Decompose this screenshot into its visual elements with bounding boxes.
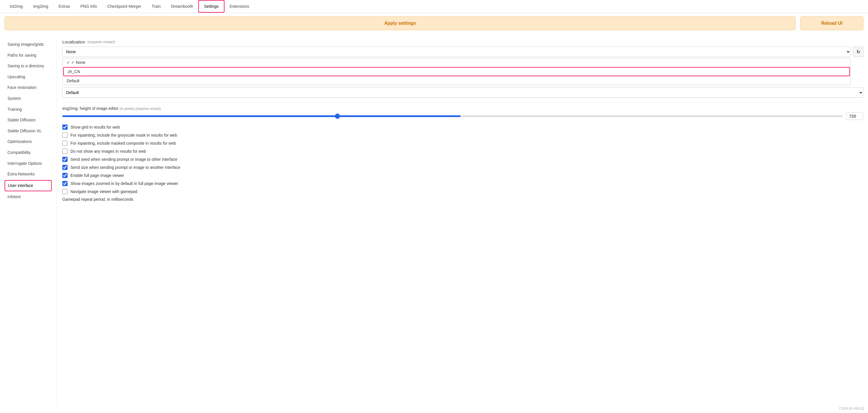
slider-title: img2img: height of image editor xyxy=(62,106,118,111)
img2img-height-slider[interactable] xyxy=(62,115,843,117)
checkbox-label-zoomed-default: Show images zoomed in by default in full… xyxy=(70,181,178,186)
checkbox-row-full-page-viewer: Enable full page image viewer xyxy=(62,173,863,178)
action-bar: Apply settings Reload UI xyxy=(0,13,868,34)
localization-dropdown-row: Nonezh_CNDefault ↻ xyxy=(62,47,863,57)
sidebar-item-extra-networks[interactable]: Extra Networks xyxy=(5,169,52,179)
sidebar-item-infotext[interactable]: Infotext xyxy=(5,192,52,202)
gamepad-repeat-label: Gamepad repeat period, in milliseconds xyxy=(62,197,863,202)
top-navigation: txt2imgimg2imgExtrasPNG InfoCheckpoint M… xyxy=(0,0,868,13)
sidebar-item-saving-to-directory[interactable]: Saving to a directory xyxy=(5,61,52,71)
main-layout: Saving images/gridsPaths for savingSavin… xyxy=(0,34,868,412)
checkbox-row-send-size: Send size when sending prompt or image t… xyxy=(62,165,863,170)
watermark: CSDN @小刚光足 xyxy=(839,406,865,411)
apply-settings-button[interactable]: Apply settings xyxy=(5,17,796,30)
nav-tab-checkpoint-merger[interactable]: Checkpoint Merger xyxy=(102,1,146,12)
localization-option-default[interactable]: Default xyxy=(63,77,850,85)
checkbox-label-show-grid: Show grid in results for web xyxy=(70,125,120,129)
theme-select[interactable]: Default xyxy=(62,87,863,98)
checkbox-masked-composite[interactable] xyxy=(62,141,67,146)
checkbox-label-masked-composite: For inpainting, include masked composite… xyxy=(70,141,176,146)
sidebar-item-user-interface[interactable]: User interface xyxy=(5,180,52,191)
checkbox-show-grid[interactable] xyxy=(62,124,67,130)
checkbox-send-size[interactable] xyxy=(62,165,67,170)
checkbox-row-masked-composite: For inpainting, include masked composite… xyxy=(62,141,863,146)
checkbox-row-gamepad: Navigate image viewer with gamepad xyxy=(62,189,863,194)
checkbox-row-greyscale-mask: For inpainting, include the greyscale ma… xyxy=(62,132,863,138)
nav-tab-png-info[interactable]: PNG Info xyxy=(75,1,102,12)
checkbox-row-no-images: Do not show any images in results for we… xyxy=(62,149,863,154)
sidebar: Saving images/gridsPaths for savingSavin… xyxy=(5,39,56,406)
sidebar-item-optimizations[interactable]: Optimizations xyxy=(5,137,52,147)
localization-select[interactable]: Nonezh_CNDefault xyxy=(62,47,851,57)
nav-tab-extensions[interactable]: Extensions xyxy=(224,1,254,12)
nav-tab-extras[interactable]: Extras xyxy=(54,1,75,12)
checkbox-label-full-page-viewer: Enable full page image viewer xyxy=(70,173,124,178)
sidebar-item-stable-diffusion[interactable]: Stable Diffusion xyxy=(5,115,52,125)
nav-tab-settings[interactable]: Settings xyxy=(198,0,224,13)
sidebar-item-face-restoration[interactable]: Face restoration xyxy=(5,83,52,93)
localization-title: Localization xyxy=(62,39,85,44)
checkbox-greyscale-mask[interactable] xyxy=(62,132,67,138)
localization-label: Localization (requires restart) xyxy=(62,39,863,44)
sidebar-item-upscaling[interactable]: Upscaling xyxy=(5,72,52,82)
sidebar-item-paths-for-saving[interactable]: Paths for saving xyxy=(5,50,52,61)
img2img-height-value[interactable] xyxy=(846,113,863,120)
sidebar-item-system[interactable]: System xyxy=(5,93,52,104)
reload-ui-button[interactable]: Reload UI xyxy=(800,17,863,30)
divider-1 xyxy=(62,102,863,103)
localization-note: (requires restart) xyxy=(87,40,115,44)
checkbox-label-no-images: Do not show any images in results for we… xyxy=(70,149,146,154)
checkbox-row-zoomed-default: Show images zoomed in by default in full… xyxy=(62,181,863,186)
nav-tab-img2img[interactable]: img2img xyxy=(28,1,54,12)
localization-refresh-button[interactable]: ↻ xyxy=(853,47,863,57)
sidebar-item-training[interactable]: Training xyxy=(5,105,52,115)
checkbox-send-seed[interactable] xyxy=(62,157,67,162)
checkbox-label-send-seed: Send seed when sending prompt or image t… xyxy=(70,157,177,161)
nav-tab-txt2img[interactable]: txt2img xyxy=(5,1,28,12)
nav-tab-train[interactable]: Train xyxy=(147,1,166,12)
img2img-height-section: img2img: height of image editor (in pixe… xyxy=(62,106,863,120)
localization-option-none[interactable]: ✓ None xyxy=(63,58,850,66)
slider-label: img2img: height of image editor (in pixe… xyxy=(62,106,863,111)
checkbox-row-send-seed: Send seed when sending prompt or image t… xyxy=(62,157,863,162)
sidebar-item-interrogate-options[interactable]: Interrogate Options xyxy=(5,158,52,169)
localization-options-list: ✓ Nonezh_CNDefault xyxy=(62,58,851,85)
checkbox-gamepad[interactable] xyxy=(62,189,67,194)
settings-content: Localization (requires restart) Nonezh_C… xyxy=(56,39,863,406)
slider-note: (in pixels) (requires restart) xyxy=(120,107,161,111)
checkbox-no-images[interactable] xyxy=(62,149,67,154)
sidebar-item-saving-images[interactable]: Saving images/grids xyxy=(5,39,52,50)
checkbox-full-page-viewer[interactable] xyxy=(62,173,67,178)
refresh-icon: ↻ xyxy=(857,49,860,55)
checkbox-zoomed-default[interactable] xyxy=(62,181,67,186)
checkbox-row-show-grid: Show grid in results for web xyxy=(62,124,863,130)
sidebar-item-stable-diffusion-xl[interactable]: Stable Diffusion XL xyxy=(5,126,52,136)
slider-row xyxy=(62,113,863,120)
checkbox-label-gamepad: Navigate image viewer with gamepad xyxy=(70,189,137,194)
checkbox-label-send-size: Send size when sending prompt or image t… xyxy=(70,165,180,170)
localization-option-zh_cn[interactable]: zh_CN xyxy=(63,67,850,76)
theme-dropdown-row: Default xyxy=(62,87,863,98)
sidebar-item-compatibility[interactable]: Compatibility xyxy=(5,148,52,158)
checkboxes-section: Show grid in results for webFor inpainti… xyxy=(62,124,863,194)
checkbox-label-greyscale-mask: For inpainting, include the greyscale ma… xyxy=(70,133,177,138)
nav-tab-dreambooth[interactable]: Dreambooth xyxy=(166,1,198,12)
